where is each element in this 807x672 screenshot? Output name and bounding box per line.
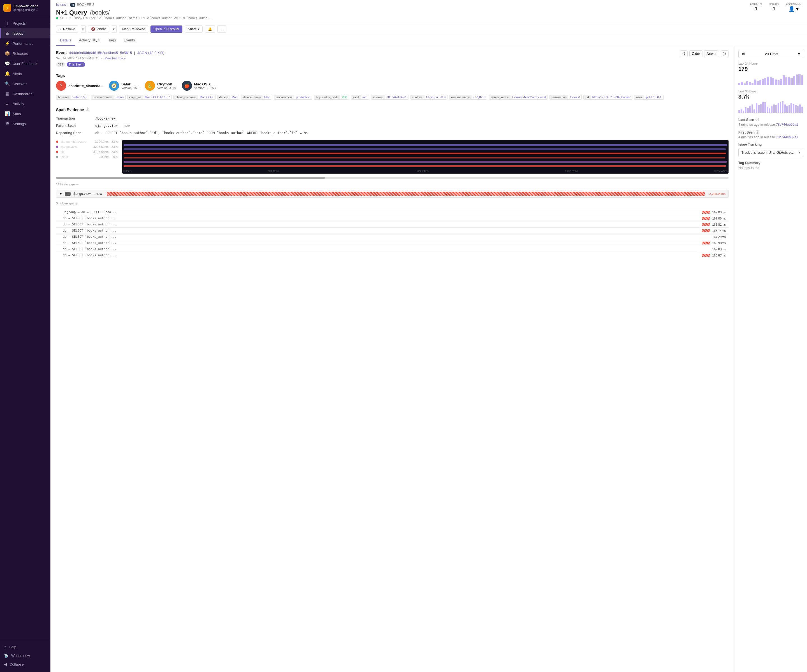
tag-pill-device.family[interactable]: device.family Mac xyxy=(241,94,272,100)
settings-icon: ⚙ xyxy=(5,121,10,126)
event-id-link[interactable]: 4446c9af6bb94815b2ac9bc4515c5615 xyxy=(69,51,132,55)
sidebar-item-performance[interactable]: ⚡Performance xyxy=(0,38,50,48)
perf-pct: 33% xyxy=(111,145,118,148)
sidebar-footer-collapse[interactable]: ◀Collapse xyxy=(0,660,50,669)
ignore-button[interactable]: 🔇 Ignore xyxy=(88,25,109,33)
tag-pill-server_name[interactable]: server_name Cormac-MacCarthy.local xyxy=(489,94,548,100)
tag-pill-release[interactable]: release 78c744eb09a1 xyxy=(371,94,409,100)
breadcrumb-issues[interactable]: Issues xyxy=(56,3,66,7)
sidebar-footer-whats-new[interactable]: 📡What's new xyxy=(0,651,50,660)
tag-icons: ? charlotte_alameda... 🧭 Safari Version:… xyxy=(56,81,729,91)
tag-pill-device[interactable]: device Mac xyxy=(218,94,239,100)
span-detail-row: db — SELECT `books_author`... 167.06ms xyxy=(56,215,729,221)
open-in-discover-button[interactable]: Open in Discover xyxy=(151,25,183,33)
tab-activity[interactable]: Activity0 💬 xyxy=(75,35,105,46)
tag-pill-environment[interactable]: environment production xyxy=(274,94,312,100)
tag-pill-browser.name[interactable]: browser.name Safari xyxy=(91,94,126,100)
mark-reviewed-button[interactable]: Mark Reviewed xyxy=(119,25,148,33)
span-evidence-help-icon[interactable]: ⓘ xyxy=(86,107,89,112)
sidebar-item-activity[interactable]: ≡Activity xyxy=(0,99,50,109)
last-30d-value: 3.7k xyxy=(738,94,803,100)
tag-val-client_os.name: Mac OS X xyxy=(198,95,215,99)
newer-event-button[interactable]: Newer xyxy=(704,50,719,57)
env-selector[interactable]: 🖥 All Envs ▾ xyxy=(738,50,803,58)
env-chevron-icon: ▾ xyxy=(798,52,800,56)
mini-bar-24h xyxy=(798,74,800,85)
notifications-button[interactable]: 🔔 xyxy=(205,25,215,33)
mini-bar-30d xyxy=(745,107,746,113)
tag-pill-runtime.name[interactable]: runtime.name CPython xyxy=(449,94,487,100)
tag-val-release: 78c744eb09a1 xyxy=(385,95,408,99)
mini-bar-24h xyxy=(770,77,772,85)
sidebar-item-stats[interactable]: 📊Stats xyxy=(0,109,50,119)
mini-bar-30d xyxy=(764,102,766,113)
first-seen-release-link[interactable]: 78c744eb09a1 xyxy=(776,135,798,139)
this-event-badge: This Event xyxy=(67,62,85,67)
event-meta: Sep 14, 2022 7:24:56 PM UTC · View Full … xyxy=(56,56,680,60)
span-detail-row: db — SELECT `books_author`... 167.29ms xyxy=(56,233,729,240)
sidebar-item-alerts[interactable]: 🔔Alerts xyxy=(0,69,50,79)
tag-summary-section: Tag Summary No tags found xyxy=(738,161,803,170)
tag-pill-transaction[interactable]: transaction /books/ xyxy=(550,94,582,100)
mini-bar-30d xyxy=(790,103,792,113)
last-event-button[interactable]: ⟩⟩ xyxy=(721,50,729,57)
span-detail-name-5: db — SELECT `books_author`... xyxy=(63,241,699,245)
tab-details[interactable]: Details xyxy=(56,35,75,46)
timeline-labels: 0.00ms801.12ms1,602.24ms2,403.37ms3,204.… xyxy=(122,170,729,172)
sidebar-item-dashboards[interactable]: ▦Dashboards xyxy=(0,89,50,99)
tag-pill-http.status_code[interactable]: http.status_code 200 xyxy=(314,94,349,100)
sidebar-item-releases[interactable]: 📦Releases xyxy=(0,48,50,58)
tag-pill-user[interactable]: user ip:127.0.0.1 xyxy=(634,94,664,100)
sidebar-item-issues[interactable]: ⚠Issues xyxy=(0,28,50,38)
more-button[interactable]: ··· xyxy=(218,25,226,33)
env-selector-label: All Envs xyxy=(765,52,778,56)
event-json-link[interactable]: JSON (13.2 KiB) xyxy=(137,51,164,55)
tag-val-url: http://127.0.0.1:9007/books/ xyxy=(591,95,632,99)
sidebar-item-projects[interactable]: ◫Projects xyxy=(0,18,50,28)
expand-icon[interactable]: ▼ xyxy=(59,192,63,196)
sidebar-footer-help[interactable]: ?Help xyxy=(0,642,50,651)
view-full-trace-link[interactable]: View Full Trace xyxy=(105,56,126,60)
performance-row: db 3198.85ms 33% xyxy=(56,150,118,154)
project-badge: dj xyxy=(70,3,75,7)
span-evidence-row: Repeating Span db - SELECT `books_author… xyxy=(56,129,729,137)
tag-pill-client_os[interactable]: client_os Mac OS X 10.15.7 xyxy=(127,94,172,100)
sidebar-item-user-feedback[interactable]: 💬User Feedback xyxy=(0,58,50,69)
ignore-caret-button[interactable]: ▾ xyxy=(111,25,116,33)
share-button[interactable]: Share ▾ xyxy=(185,25,203,33)
first-event-button[interactable]: ⟨⟨ xyxy=(680,50,687,57)
older-event-button[interactable]: Older xyxy=(689,50,702,57)
tag-pill-client_os.name[interactable]: client_os.name Mac OS X xyxy=(173,94,216,100)
span-detail-rows: Regroup — db — SELECT `boo... 169.03ms d… xyxy=(56,209,729,258)
tag-summary-empty: No tags found xyxy=(738,166,803,170)
hidden-spans-3: 3 hidden spans xyxy=(56,200,729,207)
last-30d-section: Last 30 Days 3.7k xyxy=(738,89,803,113)
mini-bar-30d xyxy=(743,111,744,113)
tag-key-environment: environment xyxy=(274,95,294,99)
span-detail-name-0: Regroup — db — SELECT `boo... xyxy=(63,210,699,214)
resolve-caret-button[interactable]: ▾ xyxy=(80,25,86,33)
assignee-stat[interactable]: ASSIGNEE 👤 ▾ xyxy=(786,3,801,12)
tag-pill-browser[interactable]: browser Safari 15.5 xyxy=(56,94,89,100)
mini-bar-30d xyxy=(756,103,757,113)
sidebar-label-performance: Performance xyxy=(13,41,33,46)
content-area: Event 4446c9af6bb94815b2ac9bc4515c5615 |… xyxy=(50,46,807,672)
tag-key-device: device xyxy=(218,95,230,99)
sidebar-label-settings: Settings xyxy=(13,122,26,126)
resolve-button[interactable]: ✓ Resolve xyxy=(56,25,78,33)
mini-bar-30d xyxy=(767,107,768,113)
sidebar-item-settings[interactable]: ⚙Settings xyxy=(0,119,50,129)
tab-events[interactable]: Events xyxy=(120,35,139,46)
discover-icon: 🔍 xyxy=(5,81,10,86)
last-seen-value: 4 minutes ago in release 78c744eb09a1 xyxy=(738,122,803,127)
tag-pill-level[interactable]: level info xyxy=(351,94,369,100)
tab-tags[interactable]: Tags xyxy=(104,35,120,46)
last-seen-release-link[interactable]: 78c744eb09a1 xyxy=(776,122,798,127)
tag-val-device: Mac xyxy=(230,95,239,99)
tracking-button[interactable]: Track this issue in Jira, GitHub, etc. › xyxy=(738,148,803,157)
tag-pill-runtime[interactable]: runtime CPython 3.8.9 xyxy=(410,94,447,100)
tag-pill-url[interactable]: url http://127.0.0.1:9007/books/ xyxy=(583,94,633,100)
perf-pct: 0% xyxy=(111,155,118,159)
tab-label-tags: Tags xyxy=(108,38,116,42)
sidebar-item-discover[interactable]: 🔍Discover xyxy=(0,79,50,89)
